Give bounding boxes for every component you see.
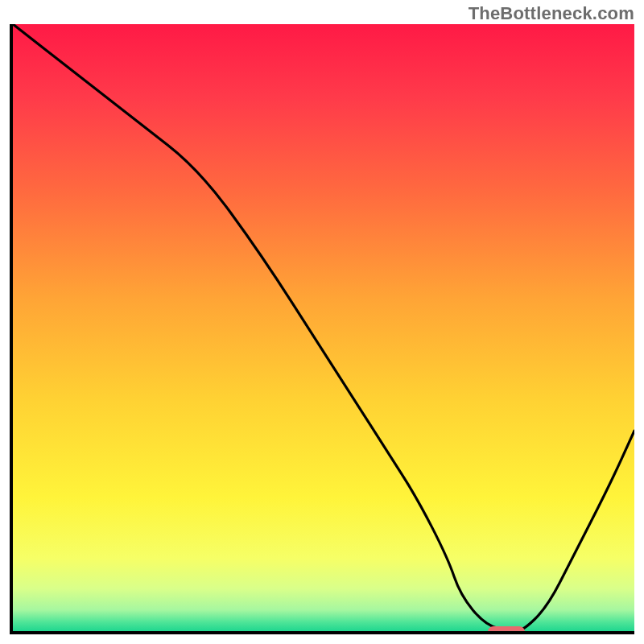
plot-area (10, 24, 634, 634)
optimal-range-marker (488, 626, 526, 634)
gradient-background (13, 24, 634, 631)
watermark-text: TheBottleneck.com (469, 3, 634, 24)
svg-rect-0 (13, 24, 634, 631)
bottleneck-chart: TheBottleneck.com (0, 0, 644, 644)
